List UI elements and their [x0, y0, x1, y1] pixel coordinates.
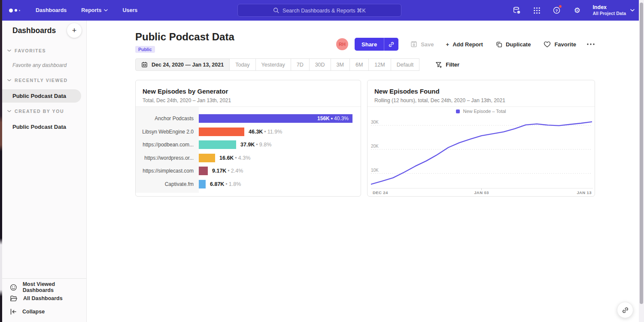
duplicate-button[interactable]: Duplicate [496, 41, 531, 48]
filter-button[interactable]: Filter [435, 61, 459, 68]
page-title: Public Podcast Data [135, 31, 234, 43]
most-viewed-label: Most Viewed Dashboards [23, 281, 86, 293]
floating-copy-link-button[interactable] [617, 302, 633, 318]
workspace-switcher[interactable]: Index All Project Data [592, 4, 635, 17]
add-dashboard-button[interactable]: + [67, 23, 82, 38]
bar-value-inside: 156K•40.3% [199, 114, 352, 123]
favorites-header: FAVORITES [15, 48, 46, 53]
preset-today[interactable]: Today [230, 58, 255, 71]
chart-subtitle: Rolling (12 hours), total, Dec 24th, 202… [374, 97, 505, 103]
topbar-right: ? ⚙ Index All Project Data [512, 0, 635, 21]
link-icon [622, 307, 629, 314]
legend-swatch [456, 109, 460, 113]
chevron-down-icon [7, 110, 11, 112]
preset-30d[interactable]: 30D [310, 58, 331, 71]
most-viewed-dashboards-link[interactable]: Most Viewed Dashboards [10, 281, 86, 293]
filter-funnel-icon [435, 61, 442, 68]
bar-podbean[interactable] [199, 140, 236, 149]
nav-dashboards-label: Dashboards [36, 7, 67, 13]
share-button[interactable]: Share [355, 38, 398, 51]
preset-default[interactable]: Default [391, 58, 420, 71]
smiley-icon [10, 284, 17, 291]
share-label: Share [361, 41, 377, 48]
preset-yesterday[interactable]: Yesterday [256, 58, 291, 71]
sidebar: Dashboards + FAVORITES Favorite any dash… [2, 21, 87, 322]
collapse-sidebar-button[interactable]: Collapse [10, 309, 45, 315]
collapse-label: Collapse [22, 309, 45, 315]
recently-viewed-header: RECENTLY VIEWED [15, 78, 68, 83]
avatar[interactable]: RH [336, 38, 348, 50]
page-scrollbar[interactable] [639, 0, 644, 322]
heart-icon [544, 41, 551, 48]
gear-glyph: ⚙ [574, 7, 580, 14]
sidebar-footer: Most Viewed Dashboards All Dashboards Co… [2, 278, 86, 322]
dashboard-actions: RH Share Save + Add Report [336, 38, 595, 51]
line-plot[interactable] [371, 116, 592, 188]
scrollbar-thumb[interactable] [640, 3, 643, 304]
sidebar-item-public-podcast-data[interactable]: Public Podcast Data [12, 124, 66, 130]
add-report-label: Add Report [453, 41, 483, 48]
nav-reports[interactable]: Reports [81, 7, 108, 13]
date-range-picker[interactable]: Dec 24, 2020 — Jan 13, 2021 [135, 58, 230, 71]
nav-users[interactable]: Users [122, 7, 137, 13]
share-button-main[interactable]: Share [355, 38, 384, 51]
bar-value-label: 6.87K•1.8% [210, 180, 241, 188]
all-dashboards-link[interactable]: All Dashboards [10, 295, 63, 302]
help-icon[interactable]: ? [552, 6, 562, 15]
x-axis-tick: JAN 13 [577, 190, 592, 195]
section-created-by-you[interactable]: CREATED BY YOU [7, 109, 64, 114]
preset-label: Yesterday [261, 62, 285, 68]
sidebar-item-public-podcast-data-active[interactable]: Public Podcast Data [2, 89, 81, 103]
more-options-button[interactable] [586, 43, 595, 46]
duplicate-icon [496, 41, 502, 48]
plus-icon: + [72, 26, 77, 35]
app-logo-icon[interactable] [9, 9, 28, 12]
chart-title: New Episodes Found [374, 88, 440, 95]
preset-7d[interactable]: 7D [291, 58, 310, 71]
search-input[interactable]: Search Dashboards & Reports ⌘K [237, 4, 401, 17]
preset-3m[interactable]: 3M [331, 58, 350, 71]
section-favorites[interactable]: FAVORITES [7, 48, 46, 53]
favorite-button[interactable]: Favorite [544, 41, 576, 48]
collapse-icon [10, 309, 17, 315]
nav-dashboards[interactable]: Dashboards [36, 7, 67, 13]
apps-grid-icon[interactable] [532, 6, 541, 15]
bar-value-label: 16.6K•4.3% [219, 154, 250, 162]
all-dashboards-label: All Dashboards [23, 295, 63, 301]
bar-value-label: 37.9K•9.8% [240, 140, 271, 149]
bar-category-label: https://podbean.com... [136, 140, 194, 149]
card-new-episodes-by-generator[interactable]: New Episodes by Generator Total, Dec 24t… [135, 80, 361, 197]
search-placeholder: Search Dashboards & Reports ⌘K [283, 7, 366, 14]
nav-reports-label: Reports [81, 7, 101, 13]
settings-gear-icon[interactable]: ⚙ [572, 6, 582, 15]
card-new-episodes-found[interactable]: New Episodes Found Rolling (12 hours), t… [367, 80, 595, 197]
section-recently-viewed[interactable]: RECENTLY VIEWED [7, 78, 68, 83]
bar-simplecast[interactable] [199, 167, 208, 175]
preset-label: 3M [337, 62, 344, 68]
data-sources-icon[interactable] [512, 6, 521, 15]
preset-12m[interactable]: 12M [369, 58, 391, 71]
x-axis-line [371, 188, 593, 188]
preset-6m[interactable]: 6M [350, 58, 369, 71]
workspace-subtitle: All Project Data [592, 11, 626, 16]
save-button[interactable]: Save [410, 41, 434, 48]
chart-title: New Episodes by Generator [143, 88, 228, 95]
filter-label: Filter [446, 61, 459, 68]
add-report-button[interactable]: + Add Report [446, 41, 483, 48]
chevron-down-icon [7, 49, 11, 52]
folder-icon [10, 295, 18, 302]
ellipsis-icon [586, 43, 595, 46]
bar-captivate[interactable] [199, 180, 206, 188]
divider [368, 106, 595, 107]
bar-wordpress[interactable] [199, 154, 215, 162]
bar-value-label: 46.3K•11.9% [249, 128, 282, 136]
duplicate-label: Duplicate [506, 41, 531, 48]
preset-label: 7D [297, 62, 304, 68]
chart-legend: New Episode – Total [368, 109, 595, 114]
link-icon [388, 41, 395, 48]
main-content: Public Podcast Data Public RH Share Sa [87, 21, 639, 322]
copy-link-button[interactable] [384, 38, 398, 51]
preset-label: 12M [374, 62, 385, 68]
bar-libsyn[interactable] [199, 128, 244, 136]
search-icon [273, 7, 279, 13]
